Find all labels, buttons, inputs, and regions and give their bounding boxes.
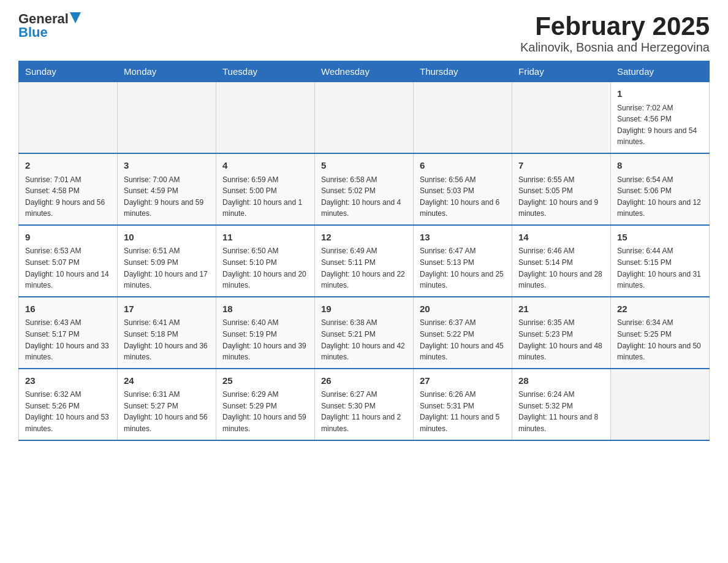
day-number: 13 — [420, 231, 506, 245]
day-info: Sunrise: 6:29 AMSunset: 5:29 PMDaylight:… — [222, 389, 308, 434]
calendar-cell: 17Sunrise: 6:41 AMSunset: 5:18 PMDayligh… — [118, 297, 216, 369]
calendar-week-row: 23Sunrise: 6:32 AMSunset: 5:26 PMDayligh… — [19, 369, 710, 440]
calendar-cell: 27Sunrise: 6:26 AMSunset: 5:31 PMDayligh… — [414, 369, 512, 440]
day-number: 14 — [518, 231, 604, 245]
logo: General Blue — [18, 12, 81, 39]
calendar-cell — [216, 82, 315, 153]
day-info: Sunrise: 6:38 AMSunset: 5:21 PMDaylight:… — [321, 317, 407, 362]
calendar-title: February 2025 — [520, 12, 710, 40]
calendar-cell: 28Sunrise: 6:24 AMSunset: 5:32 PMDayligh… — [512, 369, 611, 440]
day-info: Sunrise: 6:58 AMSunset: 5:02 PMDaylight:… — [321, 174, 407, 220]
svg-marker-0 — [70, 12, 81, 23]
calendar-cell: 15Sunrise: 6:44 AMSunset: 5:15 PMDayligh… — [611, 225, 710, 297]
day-number: 26 — [321, 374, 407, 388]
day-info: Sunrise: 6:37 AMSunset: 5:22 PMDaylight:… — [420, 317, 506, 362]
day-number: 9 — [25, 231, 111, 245]
logo-blue-text: Blue — [18, 26, 48, 39]
calendar-cell: 5Sunrise: 6:58 AMSunset: 5:02 PMDaylight… — [315, 153, 414, 225]
calendar-cell — [414, 82, 512, 153]
day-number: 16 — [25, 302, 111, 316]
calendar-week-row: 16Sunrise: 6:43 AMSunset: 5:17 PMDayligh… — [19, 297, 710, 369]
calendar-cell: 20Sunrise: 6:37 AMSunset: 5:22 PMDayligh… — [414, 297, 512, 369]
day-number: 17 — [124, 302, 210, 316]
calendar-cell — [19, 82, 118, 153]
calendar-cell: 3Sunrise: 7:00 AMSunset: 4:59 PMDaylight… — [118, 153, 216, 225]
day-number: 1 — [617, 87, 703, 101]
calendar-cell: 16Sunrise: 6:43 AMSunset: 5:17 PMDayligh… — [19, 297, 118, 369]
calendar-cell: 9Sunrise: 6:53 AMSunset: 5:07 PMDaylight… — [19, 225, 118, 297]
day-number: 3 — [124, 159, 210, 173]
calendar-cell: 8Sunrise: 6:54 AMSunset: 5:06 PMDaylight… — [611, 153, 710, 225]
day-info: Sunrise: 6:27 AMSunset: 5:30 PMDaylight:… — [321, 389, 407, 434]
day-info: Sunrise: 6:43 AMSunset: 5:17 PMDaylight:… — [25, 317, 111, 362]
day-info: Sunrise: 6:46 AMSunset: 5:14 PMDaylight:… — [518, 245, 604, 291]
calendar-cell: 19Sunrise: 6:38 AMSunset: 5:21 PMDayligh… — [315, 297, 414, 369]
day-number: 7 — [518, 159, 604, 173]
day-info: Sunrise: 6:55 AMSunset: 5:05 PMDaylight:… — [518, 174, 604, 220]
calendar-cell: 23Sunrise: 6:32 AMSunset: 5:26 PMDayligh… — [19, 369, 118, 440]
weekday-header-thursday: Thursday — [414, 61, 512, 82]
day-number: 25 — [222, 374, 308, 388]
day-info: Sunrise: 6:24 AMSunset: 5:32 PMDaylight:… — [518, 389, 604, 434]
day-number: 21 — [518, 302, 604, 316]
day-info: Sunrise: 7:00 AMSunset: 4:59 PMDaylight:… — [124, 174, 210, 220]
day-info: Sunrise: 7:01 AMSunset: 4:58 PMDaylight:… — [25, 174, 111, 220]
logo-general-text: General — [18, 12, 69, 26]
calendar-cell: 21Sunrise: 6:35 AMSunset: 5:23 PMDayligh… — [512, 297, 611, 369]
day-info: Sunrise: 6:56 AMSunset: 5:03 PMDaylight:… — [420, 174, 506, 220]
day-number: 12 — [321, 231, 407, 245]
day-number: 20 — [420, 302, 506, 316]
day-info: Sunrise: 6:47 AMSunset: 5:13 PMDaylight:… — [420, 245, 506, 291]
calendar-cell: 13Sunrise: 6:47 AMSunset: 5:13 PMDayligh… — [414, 225, 512, 297]
calendar-week-row: 9Sunrise: 6:53 AMSunset: 5:07 PMDaylight… — [19, 225, 710, 297]
weekday-header-saturday: Saturday — [611, 61, 710, 82]
day-number: 11 — [222, 231, 308, 245]
day-info: Sunrise: 6:35 AMSunset: 5:23 PMDaylight:… — [518, 317, 604, 362]
calendar-cell: 22Sunrise: 6:34 AMSunset: 5:25 PMDayligh… — [611, 297, 710, 369]
day-number: 10 — [124, 231, 210, 245]
calendar-cell — [118, 82, 216, 153]
day-number: 24 — [124, 374, 210, 388]
calendar-cell: 25Sunrise: 6:29 AMSunset: 5:29 PMDayligh… — [216, 369, 315, 440]
day-number: 6 — [420, 159, 506, 173]
day-info: Sunrise: 6:34 AMSunset: 5:25 PMDaylight:… — [617, 317, 703, 362]
day-number: 28 — [518, 374, 604, 388]
weekday-header-row: SundayMondayTuesdayWednesdayThursdayFrid… — [19, 61, 710, 82]
weekday-header-wednesday: Wednesday — [315, 61, 414, 82]
day-number: 19 — [321, 302, 407, 316]
calendar-cell: 26Sunrise: 6:27 AMSunset: 5:30 PMDayligh… — [315, 369, 414, 440]
calendar-cell — [512, 82, 611, 153]
day-number: 22 — [617, 302, 703, 316]
calendar-cell — [611, 369, 710, 440]
weekday-header-sunday: Sunday — [19, 61, 118, 82]
day-number: 15 — [617, 231, 703, 245]
title-area: February 2025 Kalinovik, Bosnia and Herz… — [520, 12, 710, 55]
calendar-cell: 1Sunrise: 7:02 AMSunset: 4:56 PMDaylight… — [611, 82, 710, 153]
day-number: 27 — [420, 374, 506, 388]
day-info: Sunrise: 7:02 AMSunset: 4:56 PMDaylight:… — [617, 102, 703, 148]
calendar-cell: 24Sunrise: 6:31 AMSunset: 5:27 PMDayligh… — [118, 369, 216, 440]
day-info: Sunrise: 6:44 AMSunset: 5:15 PMDaylight:… — [617, 245, 703, 291]
day-info: Sunrise: 6:40 AMSunset: 5:19 PMDaylight:… — [222, 317, 308, 362]
weekday-header-tuesday: Tuesday — [216, 61, 315, 82]
day-number: 8 — [617, 159, 703, 173]
day-info: Sunrise: 6:53 AMSunset: 5:07 PMDaylight:… — [25, 245, 111, 291]
calendar-cell: 18Sunrise: 6:40 AMSunset: 5:19 PMDayligh… — [216, 297, 315, 369]
calendar-cell: 11Sunrise: 6:50 AMSunset: 5:10 PMDayligh… — [216, 225, 315, 297]
calendar-table: SundayMondayTuesdayWednesdayThursdayFrid… — [18, 61, 710, 440]
calendar-cell: 14Sunrise: 6:46 AMSunset: 5:14 PMDayligh… — [512, 225, 611, 297]
weekday-header-monday: Monday — [118, 61, 216, 82]
day-info: Sunrise: 6:41 AMSunset: 5:18 PMDaylight:… — [124, 317, 210, 362]
page-header: General Blue February 2025 Kalinovik, Bo… — [18, 12, 710, 55]
day-info: Sunrise: 6:59 AMSunset: 5:00 PMDaylight:… — [222, 174, 308, 220]
day-number: 2 — [25, 159, 111, 173]
calendar-cell: 6Sunrise: 6:56 AMSunset: 5:03 PMDaylight… — [414, 153, 512, 225]
day-info: Sunrise: 6:54 AMSunset: 5:06 PMDaylight:… — [617, 174, 703, 220]
logo-arrow-icon — [70, 12, 81, 23]
calendar-cell: 4Sunrise: 6:59 AMSunset: 5:00 PMDaylight… — [216, 153, 315, 225]
calendar-week-row: 2Sunrise: 7:01 AMSunset: 4:58 PMDaylight… — [19, 153, 710, 225]
weekday-header-friday: Friday — [512, 61, 611, 82]
day-info: Sunrise: 6:32 AMSunset: 5:26 PMDaylight:… — [25, 389, 111, 434]
calendar-cell: 2Sunrise: 7:01 AMSunset: 4:58 PMDaylight… — [19, 153, 118, 225]
day-number: 5 — [321, 159, 407, 173]
